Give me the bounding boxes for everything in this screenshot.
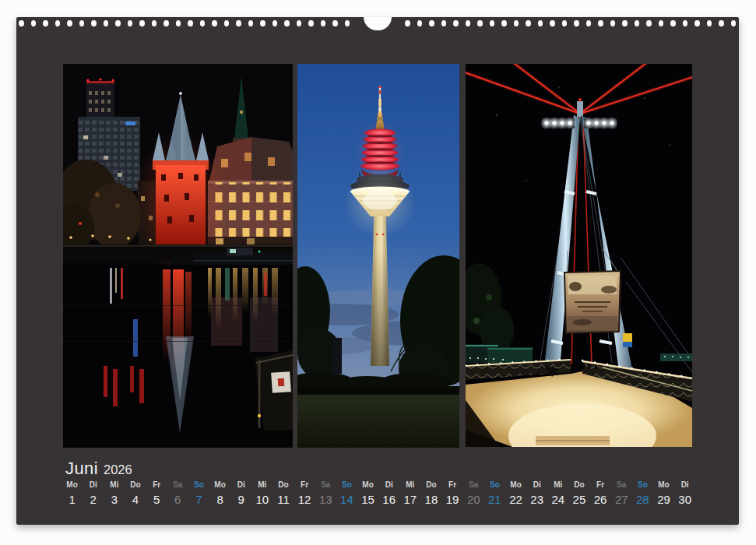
year-label: 2026 xyxy=(104,462,132,476)
binding-hole xyxy=(308,20,313,26)
binding-hole xyxy=(91,20,96,26)
calendar-day-4: Do4 xyxy=(125,480,146,507)
binding-hole xyxy=(501,20,506,26)
date-number: 25 xyxy=(568,493,589,507)
calendar-day-28: So28 xyxy=(632,480,653,507)
weekday-label: Mo xyxy=(209,480,230,490)
weekday-label: Sa xyxy=(463,480,484,490)
binding-hole xyxy=(635,20,639,26)
calendar-day-12: Fr12 xyxy=(294,480,315,507)
binding-hole xyxy=(236,20,241,26)
date-number: 20 xyxy=(463,493,484,507)
weekday-label: Fr xyxy=(590,480,611,490)
binding-hole xyxy=(670,20,675,26)
binding-hole xyxy=(453,20,458,26)
weekday-label: Do xyxy=(568,480,589,490)
photo-bridge-art xyxy=(466,64,692,447)
weekday-label: Fr xyxy=(146,480,167,490)
calendar-day-14: So14 xyxy=(336,480,357,507)
calendar-day-23: Di23 xyxy=(526,480,547,507)
weekday-label: Do xyxy=(125,480,146,490)
weekday-label: Sa xyxy=(315,480,336,490)
calendar-day-1: Mo1 xyxy=(62,480,83,507)
binding-hole xyxy=(477,20,482,26)
binding-hole xyxy=(683,20,687,26)
binding-hole xyxy=(598,20,603,26)
binding-hole xyxy=(212,20,216,26)
bridge-deck xyxy=(466,359,692,447)
date-number: 26 xyxy=(590,493,611,507)
calendar-day-30: Di30 xyxy=(674,480,695,507)
pier-structure xyxy=(255,350,293,430)
calendar-day-10: Mi10 xyxy=(251,480,273,507)
calendar-day-22: Mo22 xyxy=(505,480,526,507)
date-number: 13 xyxy=(315,493,336,507)
binding-hole xyxy=(115,20,120,26)
photo-tv-tower-blue-hour xyxy=(297,64,459,448)
binding-hole xyxy=(248,20,253,26)
date-number: 4 xyxy=(125,493,146,507)
weekday-label: Do xyxy=(273,480,294,490)
binding-hole xyxy=(646,20,651,26)
calendar-day-5: Fr5 xyxy=(146,480,167,507)
weekday-label: So xyxy=(632,480,653,490)
binding-hole xyxy=(429,20,434,26)
weekday-label: Fr xyxy=(442,480,463,490)
binding-hole xyxy=(526,20,530,26)
binding-hole xyxy=(19,20,23,26)
binding-hole xyxy=(128,20,132,26)
date-number: 24 xyxy=(547,493,568,507)
date-number: 6 xyxy=(167,493,188,507)
weekday-label: Mi xyxy=(251,480,273,490)
photo-tv-tower-art xyxy=(297,64,459,448)
binding-hole xyxy=(417,20,422,26)
calendar-day-17: Mi17 xyxy=(399,480,420,507)
binding-hole xyxy=(200,20,205,26)
calendar-day-20: Sa20 xyxy=(463,480,484,507)
date-number: 23 xyxy=(526,493,547,507)
calendar-day-8: Mo8 xyxy=(209,480,230,507)
binding-hole xyxy=(31,20,36,26)
date-number: 2 xyxy=(83,493,104,507)
calendar-day-15: Mo15 xyxy=(357,480,378,507)
calendar-day-13: Sa13 xyxy=(315,480,336,507)
date-number: 12 xyxy=(294,493,315,507)
photo-old-town-art xyxy=(63,64,293,448)
binding-hole xyxy=(550,20,554,26)
binding-hole xyxy=(139,20,144,26)
binding-hole xyxy=(104,20,108,26)
photo-suspension-bridge-night xyxy=(466,64,692,447)
binding-hole xyxy=(55,20,60,26)
binding-hole xyxy=(586,20,591,26)
binding-hole xyxy=(152,20,156,26)
binding-hole xyxy=(273,20,277,26)
weekday-label: Do xyxy=(420,480,441,490)
calendar-day-6: Sa6 xyxy=(167,480,188,507)
weekday-label: Sa xyxy=(611,480,632,490)
weekday-label: Mo xyxy=(653,480,674,490)
photo-old-town-night xyxy=(63,64,293,448)
binding-hole xyxy=(321,20,325,26)
date-number: 30 xyxy=(674,493,695,507)
binding-hole xyxy=(610,20,615,26)
weekday-label: Di xyxy=(526,480,547,490)
binding-hole xyxy=(43,20,47,26)
binding-hole xyxy=(538,20,543,26)
date-number: 19 xyxy=(442,493,463,507)
date-number: 21 xyxy=(484,493,505,507)
date-number: 29 xyxy=(653,493,674,507)
weekday-label: Di xyxy=(230,480,251,490)
weekday-label: Mi xyxy=(104,480,125,490)
date-number: 1 xyxy=(62,493,83,507)
binding-hole xyxy=(490,20,494,26)
date-number: 18 xyxy=(420,493,441,507)
weekday-label: Mo xyxy=(62,480,83,490)
binding-hole xyxy=(405,20,410,26)
date-number: 8 xyxy=(209,493,230,507)
binding-hole xyxy=(514,20,519,26)
date-number: 10 xyxy=(251,493,273,507)
date-number: 14 xyxy=(336,493,357,507)
calendar-day-24: Mi24 xyxy=(547,480,568,507)
calendar-day-9: Di9 xyxy=(230,480,251,507)
month-label: Juni xyxy=(65,459,98,478)
